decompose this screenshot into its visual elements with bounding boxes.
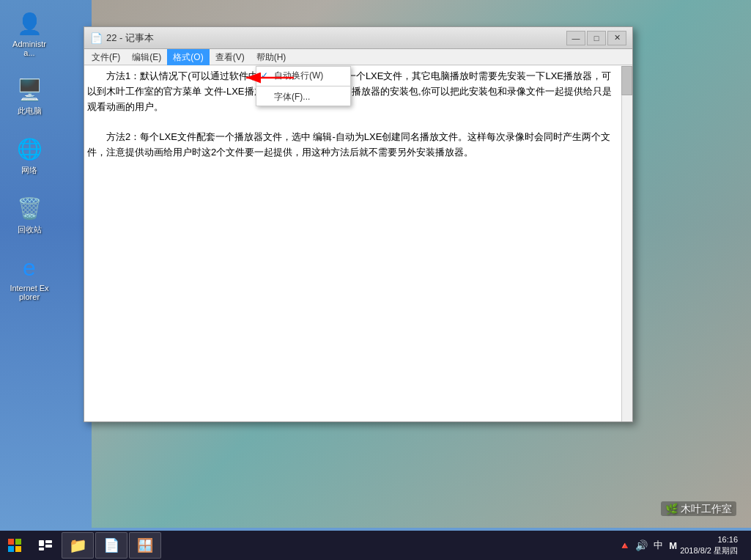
tray-icon-ime[interactable]: 中 [652, 539, 665, 552]
menubar: 文件(F) 编辑(E) 格式(O) 查看(V) 帮助(H) [84, 49, 632, 65]
desktop-icon-recycle[interactable]: 🗑️ 回收站 [6, 191, 53, 238]
ie-icon: e [15, 253, 44, 282]
mypc-icon: 🖥️ [15, 75, 44, 104]
svg-rect-5 [15, 546, 21, 552]
network-icon: 🌐 [15, 134, 44, 163]
admin-icon-label: Administra... [9, 40, 50, 57]
network-icon-label: 网络 [21, 165, 37, 176]
svg-rect-7 [45, 540, 52, 543]
svg-rect-3 [15, 539, 21, 545]
desktop-icon-ie[interactable]: e Internet Explorer [6, 250, 53, 304]
svg-rect-2 [8, 539, 14, 545]
close-button[interactable]: ✕ [607, 31, 626, 45]
menu-edit[interactable]: 编辑(E) [126, 49, 167, 65]
svg-rect-4 [8, 546, 14, 552]
desktop-icon-network[interactable]: 🌐 网络 [6, 131, 53, 179]
admin-icon: 👤 [15, 9, 44, 38]
menu-format[interactable]: 格式(O) [167, 49, 209, 65]
taskbar-app-explorer[interactable]: 📁 [62, 532, 94, 559]
taskbar-clock[interactable]: 16:16 2018/8/2 星期四 [680, 534, 745, 557]
svg-rect-6 [39, 540, 44, 546]
menu-font[interactable]: 字体(F)... [256, 88, 350, 106]
notepad-window: 📄 22 - 记事本 — □ ✕ 文件(F) 编辑(E) 格式(O) 查看(V)… [84, 26, 633, 422]
mypc-icon-label: 此电脑 [18, 106, 42, 117]
desktop-icon-mypc[interactable]: 🖥️ 此电脑 [6, 72, 53, 119]
svg-rect-8 [45, 545, 52, 548]
taskbar-quick-buttons [32, 532, 59, 559]
recycle-icon-label: 回收站 [18, 224, 42, 235]
taskbar-tray: 🔺 🔊 中 M 16:16 2018/8/2 星期四 [618, 534, 751, 557]
tray-icons: 🔺 🔊 中 M [618, 539, 677, 552]
taskbar: 📁 📄 🪟 🔺 🔊 中 M 16:16 2018/8/2 星期四 [0, 531, 751, 560]
taskbar-date: 2018/8/2 星期四 [680, 545, 738, 556]
maximize-button[interactable]: □ [587, 31, 606, 45]
notepad-text: 方法1：默认情况下(可以通过软件中的选项)录像时只产生一个LXE文件，其它电脑播… [87, 69, 618, 161]
taskview-button[interactable] [32, 532, 59, 559]
desktop-icon-admin[interactable]: 👤 Administra... [6, 6, 53, 60]
scrollbar-thumb[interactable] [621, 66, 632, 95]
minimize-button[interactable]: — [566, 31, 585, 45]
taskbar-app-other[interactable]: 🪟 [129, 532, 161, 559]
tray-icon-network[interactable]: 🔺 [618, 539, 631, 551]
watermark: 🌿 木叶工作室 [661, 501, 736, 516]
recycle-icon: 🗑️ [15, 194, 44, 223]
taskbar-apps: 📁 📄 🪟 [62, 532, 618, 559]
desktop-icons-area: 👤 Administra... 🖥️ 此电脑 🌐 网络 🗑️ 回收站 e Int… [0, 0, 59, 310]
window-titlebar: 📄 22 - 记事本 — □ ✕ [84, 27, 632, 49]
window-controls: — □ ✕ [566, 31, 626, 45]
notepad-title-icon: 📄 [90, 32, 102, 44]
menu-file[interactable]: 文件(F) [86, 49, 126, 65]
notepad-content-area[interactable]: 方法1：默认情况下(可以通过软件中的选项)录像时只产生一个LXE文件，其它电脑播… [84, 66, 621, 421]
start-button[interactable] [0, 531, 29, 560]
svg-rect-9 [39, 548, 44, 550]
scrollbar-track[interactable] [621, 66, 632, 421]
notepad-title: 22 - 记事本 [106, 32, 566, 45]
red-arrow-indicator [243, 69, 301, 90]
tray-icon-m[interactable]: M [669, 540, 677, 551]
taskbar-time: 16:16 [680, 534, 738, 545]
tray-icon-volume[interactable]: 🔊 [635, 539, 648, 551]
taskbar-app-notepad[interactable]: 📄 [95, 532, 127, 559]
menu-help[interactable]: 帮助(H) [251, 49, 292, 65]
ie-icon-label: Internet Explorer [9, 284, 50, 301]
menu-view[interactable]: 查看(V) [210, 49, 251, 65]
